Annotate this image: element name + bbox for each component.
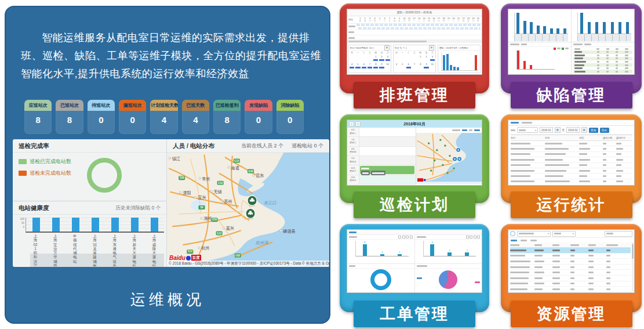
vertical-scrollbar[interactable] <box>632 243 634 291</box>
filter-select[interactable]: ▾ <box>517 127 538 133</box>
defect-bar-chart-1 <box>508 9 571 42</box>
active-tab[interactable] <box>511 122 519 124</box>
day-cell: 12一 <box>412 16 416 23</box>
inactive-tab[interactable] <box>530 240 537 241</box>
day-cell: 18日 <box>441 16 446 23</box>
health-note: 历史未消除缺陷 0 个 <box>116 201 161 214</box>
stat-label: 消除缺陷 <box>276 100 304 111</box>
bar <box>626 13 629 34</box>
stat-label: 已巡检签到 <box>213 100 241 111</box>
station-select[interactable]: ▾ <box>517 231 551 237</box>
date-from-input[interactable]: 2018-02 <box>540 127 553 133</box>
scrollbar-thumb[interactable] <box>348 41 427 42</box>
mini-day <box>367 55 373 62</box>
plan-map[interactable] <box>416 128 482 185</box>
search-input[interactable] <box>605 231 632 237</box>
export-button[interactable]: 导出 <box>600 128 609 133</box>
card-defects[interactable]: 缺陷管理 <box>501 3 642 93</box>
hours-chart <box>441 52 478 71</box>
column-header: 相别 <box>579 136 603 139</box>
bar: 1 <box>380 241 384 256</box>
bar <box>556 13 559 34</box>
inactive-tab[interactable] <box>521 240 527 241</box>
card-operation-stats[interactable]: ▾ 2018-02 ▦ 至 2018-02 ▦ 查询 导出 电站回路相别越限次数… <box>501 114 642 203</box>
station-label: 上海东通电气设备制造厂电站 <box>112 234 117 266</box>
bar: 1 <box>447 241 452 256</box>
shift-bar <box>355 67 360 69</box>
date-to-input[interactable]: 2018-02 <box>566 127 580 133</box>
station-label: 上海021联和滨江大厦电站 <box>33 234 38 266</box>
station-chip[interactable] <box>361 171 370 175</box>
dashboard-charts: 巡检完成率 巡检已完成电站数 巡检未完成电站数 电站健康度 历史未消除缺陷 0 … <box>13 139 329 267</box>
stat-box: 漏巡站次 0 <box>119 100 146 134</box>
station-chip[interactable] <box>371 171 385 175</box>
pie-chart <box>439 270 457 289</box>
type-select[interactable]: ▾ <box>552 231 576 237</box>
toolbar-icons <box>466 236 481 238</box>
bar <box>611 13 614 34</box>
table-row <box>511 141 632 146</box>
health-bar-chart: 100500 上海021联和滨江大厦电站上海宝业万华城商铺变电站中福现代城电站上… <box>17 218 164 266</box>
mini-day: 2 <box>379 55 384 62</box>
calendar-icon[interactable]: ▦ <box>581 127 587 133</box>
mini-day: 4 <box>394 62 399 70</box>
card-plan[interactable]: ‹ › 2018年03月 6日星期二 7日星期三 8日星期四 9日星期五 1 <box>340 114 489 203</box>
card-resource[interactable]: ▾ ▾ 资源管理 <box>501 224 642 312</box>
baidu-paw-icon <box>186 256 191 261</box>
workorder-bar-chart-1: 811 <box>347 235 414 263</box>
stat-box: 发现缺陷 0 <box>245 100 272 134</box>
plan-row: 8日星期四 <box>347 147 416 156</box>
patrolling-count: 巡检电站 0 个 <box>292 139 323 152</box>
table-row <box>510 254 631 259</box>
bar <box>550 13 553 34</box>
mini-day: 9 <box>379 62 384 70</box>
stat-value: 0 <box>276 111 304 134</box>
mini-day: 8 <box>373 62 379 70</box>
station-label: 中福现代城电站 <box>72 234 78 266</box>
plan-event[interactable] <box>360 166 414 173</box>
svg-text:G92: G92 <box>235 254 241 257</box>
prev-month-button[interactable]: ‹ <box>349 121 354 126</box>
table-header: 电站回路相别越限次数越限时长 <box>511 135 632 141</box>
station-label: 上海新天大厦电站 <box>132 234 137 266</box>
shift-bar <box>406 67 411 69</box>
scrollbar-thumb[interactable] <box>632 244 634 259</box>
bar <box>516 13 519 34</box>
horizontal-scrollbar[interactable] <box>347 40 482 43</box>
day-cell: 19一 <box>446 16 451 23</box>
mini-day: 10 <box>430 62 435 70</box>
plan-date: 11日星期日 <box>347 175 359 184</box>
shift-bar <box>430 59 435 62</box>
svg-text:杭州: 杭州 <box>201 245 209 251</box>
inactive-tab[interactable] <box>522 122 532 124</box>
stat-label: 发现缺陷 <box>245 100 272 111</box>
svg-text:镇江: 镇江 <box>172 156 180 161</box>
calendar-icon[interactable]: ▦ <box>429 45 434 50</box>
bar-value: 1 <box>449 249 450 252</box>
query-button[interactable]: 查询 <box>589 128 598 133</box>
toolbar-icons <box>398 236 413 238</box>
selected-row[interactable] <box>510 248 631 254</box>
baidu-map[interactable]: G15 G40 S19 S38 S9 G50 S12 S14 G92 镇江 <box>167 153 329 267</box>
active-tab[interactable] <box>511 240 517 241</box>
online-count: 当前在线人员 2 个 <box>241 139 283 152</box>
green-table <box>573 48 632 74</box>
svg-text:无锡: 无锡 <box>214 189 222 194</box>
completion-title: 巡检完成率 <box>13 139 166 153</box>
card-schedule[interactable]: 团队 ‹ 2018年03月 › 排班表 班组 1四2五3六4日5一6二7三8四9… <box>340 3 489 93</box>
svg-text:常州: 常州 <box>202 176 210 181</box>
day-cell: 20二 <box>451 16 456 23</box>
stats-row: 应巡站次 8 已巡站次 8 待巡站次 0 漏巡站次 0 计划巡检天数 4 已巡天… <box>24 100 304 134</box>
bar <box>543 13 546 34</box>
month-title: 2018年03月 <box>347 121 482 127</box>
column-header: 越限时长 <box>616 136 632 139</box>
calendar-icon[interactable]: ▦ <box>555 127 561 133</box>
table-header <box>510 243 631 248</box>
shift-bar <box>385 59 390 62</box>
card-workorder[interactable]: 811 411 工单管理 <box>340 224 489 312</box>
calendar-icon[interactable]: ▦ <box>384 45 390 50</box>
next-month-button[interactable]: › <box>355 121 361 126</box>
stat-box: 已巡天数 4 <box>182 100 209 134</box>
day-cell: 9五 <box>397 16 402 23</box>
stat-value: 4 <box>150 111 177 134</box>
